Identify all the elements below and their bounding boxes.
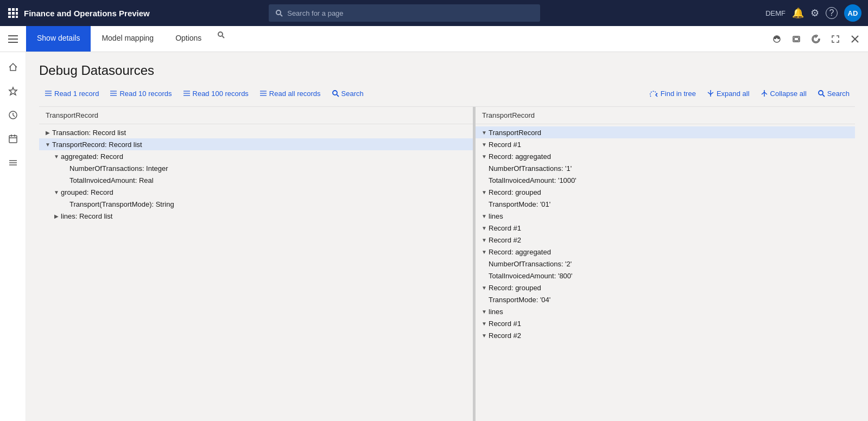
read1-button[interactable]: Read 1 record (39, 87, 104, 100)
svg-rect-11 (8, 35, 18, 36)
right-tree-item-label: TransportMode: '04' (489, 296, 550, 304)
tree-item[interactable]: TotalInvoicedAmount: Real (39, 174, 473, 186)
svg-point-49 (819, 91, 823, 95)
right-search-button[interactable]: Search (812, 87, 855, 100)
tab-model-mapping[interactable]: Model mapping (91, 26, 164, 52)
right-tree[interactable]: TransportRecordRecord #1Record: aggregat… (476, 124, 855, 421)
tree-expander (52, 152, 61, 161)
settings-icon[interactable]: ⚙ (810, 7, 819, 19)
company-label: DEMF (765, 9, 785, 17)
user-avatar[interactable]: AD (844, 4, 861, 22)
right-tree-item[interactable]: NumberOfTransactions: '1' (476, 162, 855, 174)
nav-favorites-icon[interactable] (2, 80, 24, 102)
nav-calendar-icon[interactable] (2, 128, 24, 150)
right-tree-item[interactable]: Record #2 (476, 329, 855, 341)
left-toolbar: Read 1 record Read 10 records Read 100 r… (39, 87, 855, 100)
svg-point-9 (276, 10, 281, 15)
tree-item[interactable]: Transaction: Record list (39, 126, 473, 138)
left-pane-header: TransportRecord (39, 107, 473, 124)
nav-list-icon[interactable] (2, 152, 24, 174)
right-tree-item[interactable]: TotalInvoicedAmount: '800' (476, 270, 855, 282)
tree-item-label: TotalInvoicedAmount: Real (69, 176, 154, 184)
svg-rect-3 (8, 12, 11, 15)
tree-expander (480, 331, 489, 340)
tab-bar: Show details Model mapping Options (0, 26, 868, 52)
right-tree-item[interactable]: TransportRecord (476, 126, 855, 138)
tree-expander (43, 140, 52, 149)
right-tree-item[interactable]: Record: grouped (476, 282, 855, 294)
find-tree-button[interactable]: Find in tree (644, 87, 701, 100)
tree-expander (480, 140, 489, 149)
palette-icon[interactable] (768, 30, 785, 48)
right-tree-item-label: TransportRecord (489, 129, 541, 137)
left-search-button[interactable]: Search (326, 87, 369, 100)
right-tree-item[interactable]: Record #1 (476, 317, 855, 329)
global-search[interactable]: Search for a page (269, 4, 540, 22)
right-tree-item-label: Record #2 (489, 236, 521, 244)
read10-button[interactable]: Read 10 records (104, 87, 177, 100)
right-tree-item-label: NumberOfTransactions: '1' (489, 164, 572, 173)
tree-item-label: aggregated: Record (61, 152, 123, 161)
svg-rect-1 (12, 8, 15, 11)
right-tree-item-label: Record: grouped (489, 284, 541, 292)
grid-icon[interactable] (7, 7, 20, 20)
svg-marker-24 (9, 87, 17, 95)
main-panel: Debug Datasources Read 1 record Read 10 … (26, 52, 868, 421)
right-tree-item[interactable]: TransportMode: '04' (476, 294, 855, 305)
right-tree-item[interactable]: TransportMode: '01' (476, 198, 855, 210)
tree-item-label: grouped: Record (61, 188, 113, 196)
side-nav (0, 52, 26, 421)
expand-icon[interactable] (827, 30, 844, 48)
left-tree[interactable]: Transaction: Record listTransportRecord:… (39, 124, 473, 421)
tree-item[interactable]: TransportRecord: Record list (39, 138, 473, 150)
refresh-icon[interactable] (807, 30, 825, 48)
right-pane-header: TransportRecord (476, 107, 855, 124)
help-icon[interactable]: ? (826, 7, 838, 19)
collapse-all-button[interactable]: Collapse all (755, 87, 812, 100)
right-tree-item[interactable]: TotalInvoicedAmount: '1000' (476, 174, 855, 186)
right-tree-item[interactable]: Record: aggregated (476, 246, 855, 258)
app-title: Finance and Operations Preview (24, 9, 150, 18)
tab-show-details[interactable]: Show details (26, 26, 91, 52)
svg-rect-21 (794, 37, 799, 41)
tree-item[interactable]: grouped: Record (39, 186, 473, 198)
layers-icon[interactable] (788, 30, 805, 48)
right-tree-item-label: lines (489, 308, 503, 316)
right-tree-item[interactable]: Record #1 (476, 222, 855, 234)
notification-icon[interactable]: 🔔 (792, 7, 804, 19)
right-tree-item[interactable]: NumberOfTransactions: '2' (476, 258, 855, 270)
right-tree-item-label: TotalInvoicedAmount: '800' (489, 272, 573, 280)
tree-item[interactable]: aggregated: Record (39, 150, 473, 162)
right-tree-item-label: TotalInvoicedAmount: '1000' (489, 176, 576, 184)
tree-expander (480, 319, 489, 328)
right-tree-item[interactable]: Record: grouped (476, 186, 855, 198)
svg-line-46 (337, 95, 339, 97)
right-tree-item[interactable]: Record: aggregated (476, 150, 855, 162)
tree-item[interactable]: lines: Record list (39, 210, 473, 222)
nav-recent-icon[interactable] (2, 104, 24, 126)
right-tree-item-label: Record #2 (489, 331, 521, 340)
nav-home-icon[interactable] (2, 56, 24, 78)
svg-point-14 (218, 32, 223, 36)
tree-item-label: lines: Record list (61, 212, 112, 220)
close-icon[interactable] (846, 30, 864, 48)
tree-expander (480, 247, 489, 256)
read100-button[interactable]: Read 100 records (178, 87, 254, 100)
right-tree-item[interactable]: Record #1 (476, 138, 855, 150)
tab-search-icon[interactable] (212, 26, 230, 43)
tree-item[interactable]: Transport(TransportMode): String (39, 198, 473, 210)
right-tree-item[interactable]: lines (476, 305, 855, 317)
svg-line-50 (822, 95, 825, 97)
tree-item-label: Transaction: Record list (52, 129, 126, 137)
top-bar-right: DEMF 🔔 ⚙ ? AD (765, 4, 861, 22)
svg-rect-0 (8, 8, 11, 11)
expand-all-button[interactable]: Expand all (701, 87, 755, 100)
right-tree-item[interactable]: lines (476, 210, 855, 222)
tab-options[interactable]: Options (164, 26, 212, 52)
right-tree-item[interactable]: Record #2 (476, 234, 855, 246)
right-tree-item-label: NumberOfTransactions: '2' (489, 260, 572, 268)
readall-button[interactable]: Read all records (254, 87, 326, 100)
tree-item[interactable]: NumberOfTransactions: Integer (39, 162, 473, 174)
svg-point-19 (778, 37, 780, 39)
menu-toggle-button[interactable] (0, 26, 26, 52)
